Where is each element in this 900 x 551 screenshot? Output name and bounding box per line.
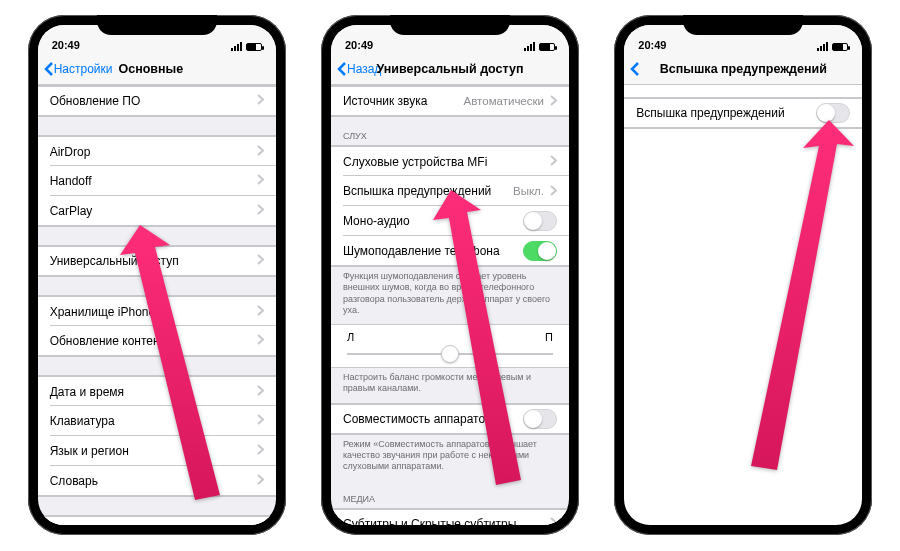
chevron-right-icon xyxy=(257,385,264,399)
chevron-right-icon xyxy=(550,155,557,169)
status-time: 20:49 xyxy=(638,39,666,51)
phone-flash-alerts: 20:49 Вспышка предупреждений Вспышка пре… xyxy=(614,15,872,535)
chevron-right-icon xyxy=(257,414,264,428)
row-carplay[interactable]: CarPlay xyxy=(38,196,276,226)
cell-label: Обновление контента xyxy=(50,334,172,348)
cell-label: CarPlay xyxy=(50,204,93,218)
phone-general: 20:49 Настройки Основные Обновление ПО xyxy=(28,15,286,535)
cell-label: Вспышка предупреждений xyxy=(636,106,784,120)
row-storage[interactable]: Хранилище iPhone xyxy=(38,296,276,326)
status-time: 20:49 xyxy=(52,39,80,51)
chevron-left-icon xyxy=(44,62,54,76)
settings-list[interactable]: Источник звука Автоматически СЛУХ Слухов… xyxy=(331,85,569,525)
cell-label: Источник звука xyxy=(343,94,427,108)
noise-footer: Функция шумоподавления снижает уровень в… xyxy=(331,267,569,324)
chevron-right-icon xyxy=(257,145,264,159)
settings-list[interactable]: Обновление ПО AirDrop Handoff CarPlay xyxy=(38,85,276,525)
cell-label: AirDrop xyxy=(50,145,91,159)
row-handoff[interactable]: Handoff xyxy=(38,166,276,196)
row-sound-source[interactable]: Источник звука Автоматически xyxy=(331,86,569,116)
nav-title: Вспышка предупреждений xyxy=(624,62,862,76)
row-accessibility[interactable]: Универсальный доступ xyxy=(38,246,276,276)
navbar: Вспышка предупреждений xyxy=(624,53,862,85)
section-header-hearing: СЛУХ xyxy=(331,117,569,145)
chevron-right-icon xyxy=(257,525,264,526)
notch xyxy=(390,15,510,35)
battery-icon xyxy=(246,43,262,51)
cell-label: Синхронизация с iTunes по Wi-Fi xyxy=(50,525,233,526)
cell-label: Совместимость аппаратов xyxy=(343,412,492,426)
chevron-right-icon xyxy=(257,305,264,319)
cell-detail: Автоматически xyxy=(464,95,544,107)
chevron-right-icon xyxy=(257,334,264,348)
compat-switch[interactable] xyxy=(523,409,557,429)
cell-detail: Выкл. xyxy=(513,185,544,197)
slider-thumb[interactable] xyxy=(441,345,459,363)
balance-left-label: Л xyxy=(347,331,354,343)
notch xyxy=(683,15,803,35)
chevron-right-icon xyxy=(257,174,264,188)
mono-audio-switch[interactable] xyxy=(523,211,557,231)
signal-icon xyxy=(524,42,535,51)
chevron-right-icon xyxy=(257,94,264,108)
row-dictionary[interactable]: Словарь xyxy=(38,466,276,496)
cell-label: Handoff xyxy=(50,174,92,188)
row-hearing-aid-compat[interactable]: Совместимость аппаратов xyxy=(331,404,569,434)
row-software-update[interactable]: Обновление ПО xyxy=(38,86,276,116)
battery-icon xyxy=(832,43,848,51)
row-subtitles[interactable]: Субтитры и Скрытые субтитры xyxy=(331,509,569,525)
signal-icon xyxy=(231,42,242,51)
row-noise-cancellation[interactable]: Шумоподавление телефона xyxy=(331,236,569,266)
back-button[interactable]: Назад xyxy=(337,62,381,76)
cell-label: Хранилище iPhone xyxy=(50,305,156,319)
section-header-media: МЕДИА xyxy=(331,480,569,508)
chevron-right-icon xyxy=(257,474,264,488)
signal-icon xyxy=(817,42,828,51)
chevron-left-icon xyxy=(337,62,347,76)
cell-label: Дата и время xyxy=(50,385,124,399)
navbar: Назад Универсальный доступ xyxy=(331,53,569,85)
row-language-region[interactable]: Язык и регион xyxy=(38,436,276,466)
chevron-right-icon xyxy=(257,444,264,458)
row-keyboard[interactable]: Клавиатура xyxy=(38,406,276,436)
row-background-refresh[interactable]: Обновление контента xyxy=(38,326,276,356)
battery-icon xyxy=(539,43,555,51)
cell-label: Обновление ПО xyxy=(50,94,141,108)
balance-right-label: П xyxy=(545,331,553,343)
cell-label: Клавиатура xyxy=(50,414,115,428)
row-led-flash-alerts[interactable]: Вспышка предупреждений Выкл. xyxy=(331,176,569,206)
cell-label: Слуховые устройства MFi xyxy=(343,155,487,169)
row-airdrop[interactable]: AirDrop xyxy=(38,136,276,166)
chevron-right-icon xyxy=(550,95,557,108)
row-itunes-wifi-sync[interactable]: Синхронизация с iTunes по Wi-Fi xyxy=(38,516,276,525)
back-button[interactable] xyxy=(630,62,640,76)
row-mono-audio[interactable]: Моно-аудио xyxy=(331,206,569,236)
noise-cancel-switch[interactable] xyxy=(523,241,557,261)
back-label: Назад xyxy=(347,62,381,76)
settings-list[interactable]: Вспышка предупреждений xyxy=(624,85,862,525)
nav-title: Основные xyxy=(119,62,184,76)
row-date-time[interactable]: Дата и время xyxy=(38,376,276,406)
notch xyxy=(97,15,217,35)
cell-label: Вспышка предупреждений xyxy=(343,184,491,198)
chevron-right-icon xyxy=(550,185,557,198)
flash-alerts-switch[interactable] xyxy=(816,103,850,123)
cell-label: Моно-аудио xyxy=(343,214,410,228)
balance-footer: Настроить баланс громкости между левым и… xyxy=(331,368,569,403)
chevron-left-icon xyxy=(630,62,640,76)
phone-accessibility: 20:49 Назад Универсальный доступ Источни… xyxy=(321,15,579,535)
cell-label: Универсальный доступ xyxy=(50,254,179,268)
compat-footer: Режим «Совместимость аппаратов» улучшает… xyxy=(331,435,569,481)
cell-label: Словарь xyxy=(50,474,98,488)
back-button[interactable]: Настройки xyxy=(44,62,113,76)
balance-slider[interactable] xyxy=(347,353,553,355)
row-led-flash-alerts[interactable]: Вспышка предупреждений xyxy=(624,98,862,128)
chevron-right-icon xyxy=(257,204,264,218)
cell-label: Субтитры и Скрытые субтитры xyxy=(343,517,516,525)
back-label: Настройки xyxy=(54,62,113,76)
cell-label: Язык и регион xyxy=(50,444,129,458)
cell-label: Шумоподавление телефона xyxy=(343,244,500,258)
balance-slider-row: Л П xyxy=(331,324,569,368)
row-mfi-hearing[interactable]: Слуховые устройства MFi xyxy=(331,146,569,176)
status-time: 20:49 xyxy=(345,39,373,51)
